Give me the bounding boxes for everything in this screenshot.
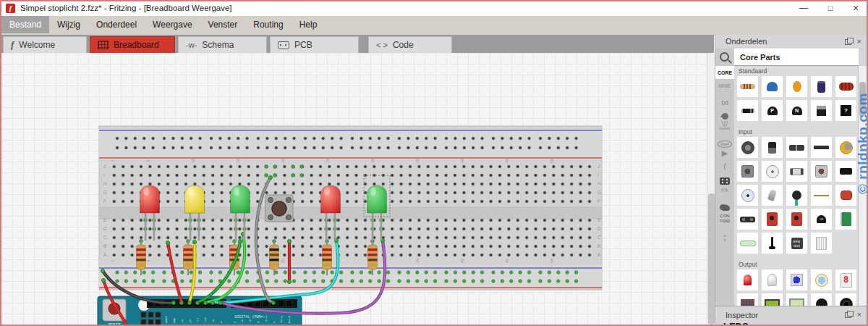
part-resistor[interactable]: [737, 76, 758, 97]
digital-pin-TX→1[interactable]: [278, 301, 284, 307]
svg-text:4: 4: [256, 321, 260, 323]
part-voltage-regulator[interactable]: [811, 100, 832, 121]
rotary-encoder-icon: [741, 189, 754, 202]
part-thermistor[interactable]: 1M: [811, 209, 832, 230]
svg-text:TX→1: TX→1: [279, 315, 283, 323]
part-sensor-board[interactable]: [786, 209, 807, 230]
pushbutton-part[interactable]: [265, 195, 293, 222]
part-trim-potentiometer[interactable]: [737, 161, 758, 182]
resistor-icon: [740, 84, 755, 89]
digital-pin-RX←0[interactable]: [286, 301, 292, 307]
svg-text:45: 45: [505, 158, 509, 163]
menu-routing[interactable]: Routing: [245, 16, 291, 33]
part-slide-potentiometer[interactable]: [786, 137, 807, 158]
sidebar-item-mine[interactable]: MINE: [715, 79, 734, 92]
close-inspector-icon[interactable]: ×: [857, 310, 861, 319]
tab-breadboard[interactable]: Breadboard: [90, 36, 175, 53]
close-panel-icon[interactable]: ×: [857, 37, 861, 46]
digital-pin-4[interactable]: [255, 301, 260, 307]
scrollbar-thumb[interactable]: [708, 193, 715, 325]
menu-bestand[interactable]: Bestand: [1, 16, 49, 33]
svg-text:B: B: [597, 243, 600, 248]
part-diode[interactable]: [737, 100, 758, 121]
icsp-pin: [148, 319, 153, 325]
menu-venster[interactable]: Venster: [200, 16, 246, 33]
svg-text:35: 35: [415, 258, 420, 263]
part-flex-sensor[interactable]: [811, 185, 832, 206]
sidebar-item-parallax-bin[interactable]: (: [715, 157, 734, 170]
part-red-led[interactable]: [737, 269, 758, 291]
digital-pin-3[interactable]: [263, 301, 268, 307]
part-accelerometer-board[interactable]: [762, 209, 783, 230]
view-tab-strip: fWelcomeBreadboard-w-SchemaPCB< >Code: [1, 35, 714, 53]
menu-weergave[interactable]: Weergave: [145, 16, 200, 33]
part-rgb-led[interactable]: [811, 269, 832, 291]
minimize-button[interactable]: —: [793, 1, 814, 15]
parts-search-button[interactable]: [715, 49, 734, 67]
part-antenna[interactable]: [762, 233, 783, 254]
close-button[interactable]: ×: [845, 1, 867, 15]
tab-welcome[interactable]: fWelcome: [3, 36, 87, 53]
svg-text:7: 7: [233, 321, 237, 323]
part-pnp-transistor[interactable]: P: [762, 100, 783, 121]
part-humidity-sensor[interactable]: [811, 233, 832, 254]
dots-badge-icon: [720, 177, 730, 185]
part-piezo-sensor[interactable]: [835, 137, 856, 158]
bins-sidebar: COREMINE∞\(/seeedintel▶(PACONTRIB▲▼: [715, 66, 734, 325]
part-gas-sensor-board[interactable]: [835, 209, 856, 230]
float-inspector-icon[interactable]: [845, 312, 851, 318]
part-force-sensor[interactable]: [786, 185, 807, 206]
sidebar-item-iot-bin[interactable]: [715, 196, 734, 209]
breadboard[interactable]: 1155101015152020252530303535404045455050…: [99, 126, 602, 290]
sidebar-item-seeed-bin[interactable]: \(/seeed: [715, 118, 734, 131]
part-ceramic-capacitor[interactable]: [762, 76, 783, 97]
part-rfid-reader[interactable]: RFID ID12: [786, 233, 807, 254]
part-tantalum-capacitor[interactable]: [786, 76, 807, 97]
sidebar-item-intel-bin[interactable]: intel: [715, 131, 734, 144]
sidebar-item-core[interactable]: CORE: [715, 66, 734, 79]
svg-text:40: 40: [460, 158, 464, 163]
part-potentiometer[interactable]: [762, 137, 783, 158]
tab-schema[interactable]: -w-Schema: [178, 36, 267, 53]
part-trimmer[interactable]: [811, 137, 832, 158]
part-pushbutton[interactable]: [811, 161, 832, 182]
svg-text:C: C: [597, 235, 601, 240]
tantalum-capacitor-icon: [793, 81, 801, 92]
svg-text:~5: ~5: [248, 319, 252, 323]
menu-help[interactable]: Help: [292, 16, 326, 33]
maximize-button[interactable]: □: [820, 1, 841, 15]
part-inductor[interactable]: [835, 76, 856, 97]
float-panel-icon[interactable]: [845, 39, 851, 45]
sidebar-item-arduino-bin[interactable]: ∞: [715, 92, 734, 105]
svg-text:~11: ~11: [195, 317, 199, 323]
code-icon: < >: [376, 41, 388, 49]
sidebar-item-bin-scroller[interactable]: ▲▼: [715, 228, 734, 241]
part-rotary-encoder[interactable]: [737, 185, 758, 206]
part-reed-switch[interactable]: [737, 233, 758, 254]
rail-jumper[interactable]: [287, 239, 291, 283]
part-dip-switch[interactable]: [786, 161, 807, 182]
part-blue-led[interactable]: [786, 269, 807, 291]
sidebar-item-snootlab-bin[interactable]: [715, 170, 734, 183]
photoresistor-icon: [841, 191, 852, 200]
part-rotary-potentiometer[interactable]: [737, 137, 758, 158]
svg-text:~10: ~10: [203, 317, 207, 323]
part-slide-switch[interactable]: [835, 161, 856, 182]
parts-list: StandaardPN?Input1MRFID ID12Output8: [734, 66, 859, 325]
part-distance-sensor[interactable]: [737, 209, 758, 230]
tilt-sensor-icon: [767, 189, 777, 201]
menu-onderdeel[interactable]: Onderdeel: [88, 16, 145, 33]
part-white-led[interactable]: [762, 269, 783, 291]
part-mystery-part[interactable]: ?: [835, 100, 856, 121]
part-tilt-sensor[interactable]: [762, 185, 783, 206]
breadboard-canvas[interactable]: 1155101015152020252530303535404045455050…: [1, 53, 707, 325]
part-seven-segment-display[interactable]: 8: [835, 269, 856, 291]
part-electrolytic-capacitor[interactable]: [811, 76, 832, 97]
part-npn-transistor[interactable]: N: [786, 100, 807, 121]
tab-pcb[interactable]: PCB: [270, 36, 359, 53]
part-photoresistor[interactable]: [835, 185, 856, 206]
svg-text:45: 45: [505, 258, 509, 263]
part-rotary-dip-switch[interactable]: [762, 161, 783, 182]
menu-wijzig[interactable]: Wijzig: [49, 16, 88, 33]
tab-code[interactable]: < >Code: [368, 36, 452, 53]
